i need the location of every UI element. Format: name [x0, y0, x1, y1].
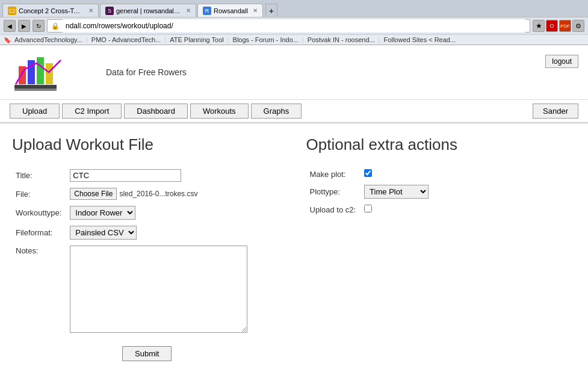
- file-row: File: Choose File sled_2016-0...trokes.c…: [12, 185, 251, 203]
- nav-workouts[interactable]: Workouts: [190, 104, 249, 119]
- logo-svg: [10, 51, 70, 93]
- nav-user[interactable]: Sander: [533, 104, 578, 119]
- right-section: Optional extra actions Make plot: Plotty…: [306, 135, 577, 361]
- workouttype-label: Workouttype:: [12, 203, 66, 223]
- choose-file-button[interactable]: Choose File: [70, 188, 117, 200]
- workouttype-select[interactable]: Indoor Rower RowErg Outdoor Cycling: [70, 206, 135, 220]
- plottype-select-cell: Time Plot Distance Plot Heart Rate: [361, 182, 432, 202]
- file-input-cell: Choose File sled_2016-0...trokes.csv: [66, 185, 251, 203]
- notes-textarea-cell: [66, 243, 251, 338]
- tab-close-c2[interactable]: ✕: [88, 7, 93, 14]
- workouttype-row: Workouttype: Indoor Rower RowErg Outdoor…: [12, 203, 251, 223]
- upload-section-title: Upload Workout File: [12, 135, 282, 154]
- plottype-row: Plottype: Time Plot Distance Plot Heart …: [306, 182, 433, 202]
- forward-button[interactable]: ▶: [18, 20, 30, 32]
- address-input[interactable]: [62, 19, 526, 33]
- nav-bar: Upload C2 Import Dashboard Workouts Grap…: [0, 100, 588, 123]
- notes-row: Notes:: [12, 243, 251, 338]
- upload-form: Title: File: Choose File sled_2016-0...t…: [12, 166, 251, 338]
- bookmark-3[interactable]: ATE Planning Tool: [170, 36, 223, 43]
- fileformat-row: Fileformat: Painsled CSV CSV TCX GPX: [12, 223, 251, 243]
- tab-rowsandall[interactable]: R Rowsandall ✕: [197, 4, 263, 17]
- upload-c2-label: Upload to c2:: [306, 202, 361, 217]
- make-plot-row: Make plot:: [306, 166, 433, 182]
- file-name-display: sled_2016-0...trokes.csv: [119, 190, 197, 198]
- tab-close-rowsandall[interactable]: ✕: [253, 7, 258, 14]
- make-plot-checkbox[interactable]: [364, 169, 372, 177]
- fileformat-select[interactable]: Painsled CSV CSV TCX GPX: [70, 226, 137, 240]
- workouttype-select-cell: Indoor Rower RowErg Outdoor Cycling: [66, 203, 251, 223]
- plottype-label: Plottype:: [306, 182, 361, 202]
- submit-button[interactable]: Submit: [122, 346, 172, 361]
- page: Data for Free Rowers logout Upload C2 Im…: [0, 45, 588, 375]
- address-bar: ◀ ▶ ↻ 🔒 ★ O PDF ⚙: [0, 17, 588, 34]
- left-section: Upload Workout File Title: File: Choose …: [12, 135, 282, 361]
- main-content: Upload Workout File Title: File: Choose …: [0, 123, 588, 373]
- bookmark-icon: 🔖: [4, 37, 11, 43]
- fileformat-label: Fileformat:: [12, 223, 66, 243]
- settings-icon[interactable]: ⚙: [572, 20, 584, 32]
- logo-area: [10, 51, 70, 93]
- tab-bar: C2 Concept 2 Cross-Team C... ✕ S general…: [0, 0, 588, 17]
- make-plot-checkbox-cell: [361, 166, 432, 182]
- back-button[interactable]: ◀: [4, 20, 16, 32]
- upload-c2-checkbox[interactable]: [364, 205, 372, 212]
- header-right: logout: [545, 55, 578, 68]
- plottype-select[interactable]: Time Plot Distance Plot Heart Rate: [364, 185, 429, 199]
- bookmark-6[interactable]: Followed Sites < Read...: [384, 36, 456, 43]
- bookmarks-bar: 🔖 AdvancedTechnology... | PMO - Advanced…: [0, 34, 588, 45]
- bookmark-4[interactable]: Blogs - Forum - Indo...: [233, 36, 299, 43]
- title-input-cell: [66, 166, 251, 185]
- nav-upload[interactable]: Upload: [10, 104, 60, 119]
- svg-rect-2: [37, 57, 44, 84]
- lock-icon: 🔒: [51, 22, 60, 30]
- new-tab-button[interactable]: +: [265, 4, 277, 17]
- bookmark-1[interactable]: AdvancedTechnology...: [14, 36, 82, 43]
- tab-favicon-c2: C2: [8, 7, 16, 15]
- nav-dashboard[interactable]: Dashboard: [124, 104, 188, 119]
- bookmark-star[interactable]: ★: [533, 20, 545, 32]
- svg-rect-1: [28, 60, 35, 84]
- svg-rect-5: [14, 88, 57, 91]
- svg-rect-3: [46, 63, 53, 84]
- notes-textarea[interactable]: [70, 246, 247, 333]
- refresh-button[interactable]: ↻: [32, 20, 45, 32]
- optional-section-title: Optional extra actions: [306, 135, 577, 154]
- title-row: Title:: [12, 166, 251, 185]
- file-label: File:: [12, 185, 66, 203]
- bookmark-2[interactable]: PMO - AdvancedTech...: [91, 36, 161, 43]
- make-plot-label: Make plot:: [306, 166, 361, 182]
- optional-form: Make plot: Plottype: Time Plot Distance …: [306, 166, 433, 217]
- page-header: Data for Free Rowers logout: [0, 45, 588, 100]
- tab-label-c2: Concept 2 Cross-Team C...: [19, 7, 84, 14]
- opera-button[interactable]: O: [546, 20, 558, 32]
- tab-favicon-rowsandall: R: [203, 7, 211, 15]
- upload-c2-checkbox-cell: [361, 202, 432, 217]
- fileformat-select-cell: Painsled CSV CSV TCX GPX: [66, 223, 251, 243]
- logout-button[interactable]: logout: [545, 55, 578, 68]
- tab-label-slack: general | rowsandall Slack: [116, 7, 181, 14]
- site-title: Data for Free Rowers: [106, 67, 187, 77]
- upload-c2-row: Upload to c2:: [306, 202, 433, 217]
- tab-label-rowsandall: Rowsandall: [214, 7, 248, 14]
- nav-graphs[interactable]: Graphs: [251, 104, 302, 119]
- title-label: Title:: [12, 166, 66, 185]
- tab-c2[interactable]: C2 Concept 2 Cross-Team C... ✕: [2, 4, 99, 17]
- submit-row: Submit: [12, 338, 282, 361]
- bookmark-5[interactable]: Postvak IN - roosend...: [308, 36, 375, 43]
- tab-slack[interactable]: S general | rowsandall Slack ✕: [100, 4, 196, 17]
- title-input[interactable]: [70, 169, 181, 182]
- browser-chrome: C2 Concept 2 Cross-Team C... ✕ S general…: [0, 0, 588, 45]
- notes-label: Notes:: [12, 243, 66, 338]
- nav-c2import[interactable]: C2 Import: [62, 104, 122, 119]
- tab-close-slack[interactable]: ✕: [186, 7, 191, 14]
- tab-favicon-slack: S: [105, 7, 114, 15]
- pdf-button[interactable]: PDF: [559, 20, 571, 32]
- file-area: Choose File sled_2016-0...trokes.csv: [70, 188, 247, 200]
